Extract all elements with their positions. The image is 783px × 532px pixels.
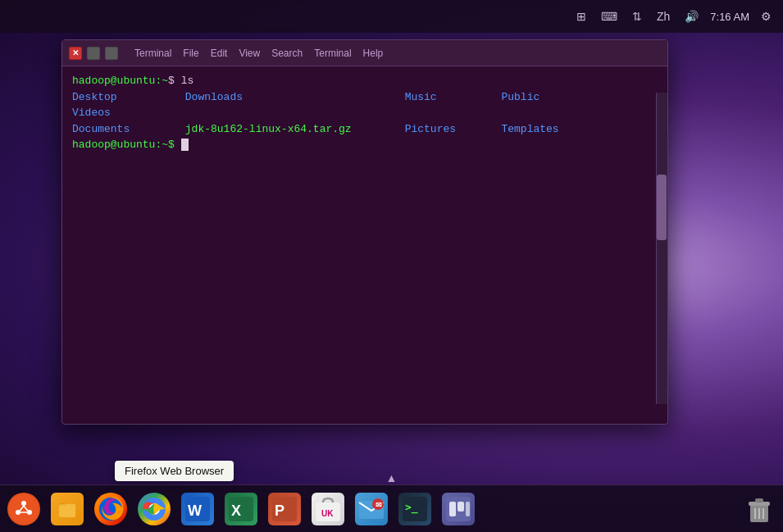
file-jdk: jdk-8u162-linux-x64.tar.gz — [185, 121, 398, 138]
excel-icon: X — [225, 493, 257, 525]
files-icon — [51, 493, 84, 525]
terminal-line-current: hadoop@ubuntu:~$ — [72, 137, 658, 153]
svg-text:P: P — [275, 502, 285, 519]
panel-keyboard-icon[interactable]: ⌨ — [598, 8, 621, 25]
maximize-button[interactable] — [105, 47, 118, 60]
close-button[interactable]: ✕ — [69, 47, 82, 60]
firefox-tooltip: Firefox Web Browser — [115, 461, 234, 481]
dock-terminal[interactable]: >_ — [394, 489, 435, 530]
dock-software[interactable]: UK — [307, 489, 348, 530]
terminal-scrollbar[interactable] — [656, 93, 667, 404]
terminal-body[interactable]: hadoop@ubuntu:~$ ls Desktop Downloads Mu… — [62, 66, 667, 424]
powerpoint-icon: P — [268, 493, 301, 525]
taskbar: W X P — [0, 484, 783, 532]
svg-rect-6 — [59, 504, 75, 517]
firefox-icon — [94, 493, 127, 525]
prompt-dollar: $ — [168, 75, 175, 87]
dir-downloads: Downloads — [185, 89, 398, 106]
dir-documents: Documents — [72, 121, 179, 138]
menu-terminal2[interactable]: Terminal — [309, 46, 356, 61]
dir-desktop: Desktop — [72, 89, 179, 106]
dock-powerpoint[interactable]: P — [264, 489, 305, 530]
desktop: ⊞ ⌨ ⇅ Zh 🔊 7:16 AM ⚙ ✕ Terminal File Edi… — [0, 0, 783, 532]
svg-text:✉: ✉ — [376, 501, 382, 509]
dir-templates: Templates — [501, 121, 591, 138]
dir-pictures: Pictures — [405, 121, 495, 138]
terminal-window: ✕ Terminal File Edit View Search Termina… — [61, 39, 668, 425]
svg-rect-24 — [449, 502, 456, 516]
panel-settings-icon[interactable]: ⚙ — [758, 8, 775, 25]
svg-text:UK: UK — [321, 509, 334, 518]
trash-icon — [743, 493, 776, 525]
cmd-text: ls — [175, 75, 193, 87]
dock-ubuntu[interactable] — [3, 489, 44, 530]
mail-icon: ✉ — [355, 493, 388, 525]
panel-right-icons: ⊞ ⌨ ⇅ Zh 🔊 7:16 AM ⚙ — [573, 8, 775, 25]
dock-word[interactable]: W — [177, 489, 218, 530]
minimize-button[interactable] — [87, 47, 100, 60]
expand-arrow[interactable]: ▲ — [386, 471, 398, 484]
dir-music: Music — [405, 89, 495, 106]
teams-icon — [442, 493, 475, 525]
search-browser-icon — [138, 493, 171, 525]
dock-files[interactable] — [47, 489, 88, 530]
panel-sound-icon[interactable]: 🔊 — [681, 8, 702, 25]
prompt-user: hadoop@ubuntu:~ — [72, 75, 168, 87]
terminal-dock-icon: >_ — [398, 493, 431, 525]
software-center-icon: UK — [312, 493, 344, 525]
svg-rect-26 — [466, 502, 470, 516]
current-prompt-dollar — [175, 139, 181, 151]
dock-excel[interactable]: X — [221, 489, 262, 530]
menu-terminal[interactable]: Terminal — [130, 46, 176, 61]
terminal-line-1: hadoop@ubuntu:~$ ls — [72, 73, 658, 89]
svg-text:X: X — [231, 502, 241, 519]
ls-output-row2: Documents jdk-8u162-linux-x64.tar.gz Pic… — [72, 121, 658, 138]
menu-edit[interactable]: Edit — [206, 46, 233, 61]
top-panel: ⊞ ⌨ ⇅ Zh 🔊 7:16 AM ⚙ — [0, 0, 783, 33]
dock-teams[interactable] — [438, 489, 479, 530]
panel-network-icon[interactable]: ⇅ — [629, 8, 645, 25]
current-prompt-user: hadoop@ubuntu:~$ — [72, 139, 175, 151]
svg-text:W: W — [188, 502, 202, 519]
panel-clock: 7:16 AM — [710, 11, 749, 23]
panel-grid-icon[interactable]: ⊞ — [573, 8, 590, 25]
svg-point-1 — [21, 501, 26, 506]
svg-rect-29 — [755, 498, 763, 502]
svg-rect-25 — [458, 502, 464, 512]
dock-trash[interactable] — [739, 489, 780, 530]
dock-mail[interactable]: ✉ — [351, 489, 392, 530]
terminal-titlebar: ✕ Terminal File Edit View Search Termina… — [62, 40, 667, 66]
dock-firefox[interactable] — [90, 489, 131, 530]
word-icon: W — [181, 493, 214, 525]
ubuntu-icon — [7, 493, 40, 525]
menu-view[interactable]: View — [234, 46, 265, 61]
menu-search[interactable]: Search — [266, 46, 307, 61]
cursor — [181, 139, 189, 151]
dir-public: Public — [501, 89, 591, 106]
dock-search[interactable] — [134, 489, 175, 530]
ls-output-row1: Desktop Downloads Music Public Videos — [72, 89, 658, 121]
terminal-menubar: Terminal File Edit View Search Terminal … — [123, 46, 394, 61]
menu-file[interactable]: File — [178, 46, 203, 61]
scrollbar-thumb[interactable] — [657, 175, 667, 240]
panel-input-method-icon[interactable]: Zh — [653, 8, 673, 25]
menu-help[interactable]: Help — [358, 46, 389, 61]
svg-text:>_: >_ — [405, 501, 418, 514]
dir-videos: Videos — [72, 105, 162, 121]
